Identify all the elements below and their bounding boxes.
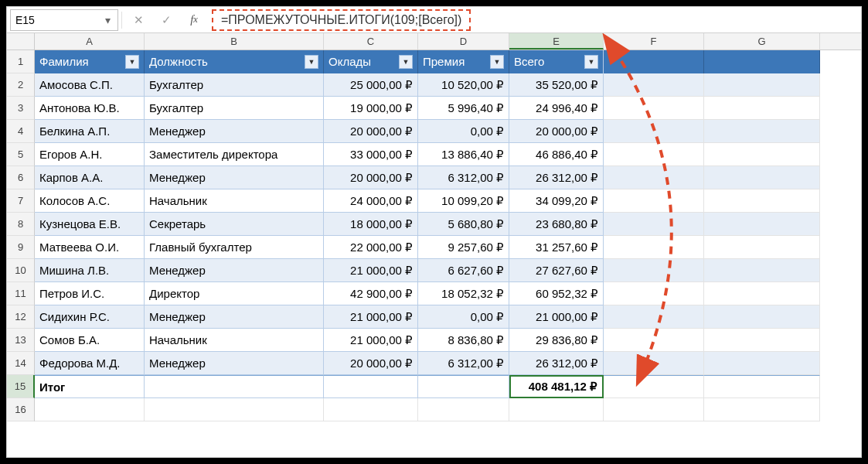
row-header[interactable]: 14	[7, 352, 35, 375]
cell[interactable]: Федорова М.Д.	[35, 352, 145, 375]
empty-cell[interactable]	[35, 398, 145, 421]
cell[interactable]: 24 996,40 ₽	[509, 97, 604, 120]
cell[interactable]: 20 000,00 ₽	[509, 120, 604, 143]
cell[interactable]: 10 520,00 ₽	[418, 73, 509, 97]
row-header[interactable]: 16	[7, 398, 35, 421]
cell[interactable]: 21 000,00 ₽	[324, 259, 418, 282]
filter-icon[interactable]: ▼	[490, 55, 504, 69]
cell[interactable]: 10 099,20 ₽	[418, 189, 509, 213]
row-header[interactable]: 12	[7, 305, 35, 329]
cell[interactable]: 21 000,00 ₽	[324, 305, 418, 329]
header-cell[interactable]: Премия▼	[418, 50, 509, 73]
cell[interactable]: 29 836,80 ₽	[509, 329, 604, 352]
empty-cell[interactable]	[145, 398, 324, 421]
cell[interactable]: Менеджер	[145, 166, 324, 189]
empty-cell[interactable]	[704, 166, 820, 189]
cell[interactable]: Менеджер	[145, 305, 324, 329]
empty-cell[interactable]	[604, 143, 704, 166]
empty-cell[interactable]	[704, 398, 820, 421]
cell[interactable]: 18 000,00 ₽	[324, 213, 418, 236]
cell[interactable]: 19 000,00 ₽	[324, 97, 418, 120]
cell[interactable]: 9 257,60 ₽	[418, 236, 509, 259]
row-header[interactable]: 13	[7, 329, 35, 352]
cancel-icon[interactable]: ✕	[128, 10, 148, 30]
cell[interactable]: 27 627,60 ₽	[509, 259, 604, 282]
total-label-cell[interactable]: Итог	[35, 375, 145, 398]
empty-cell[interactable]	[604, 120, 704, 143]
cell[interactable]: Амосова С.П.	[35, 73, 145, 97]
cell[interactable]: Сомов Б.А.	[35, 329, 145, 352]
filter-icon[interactable]: ▼	[125, 55, 139, 69]
cell[interactable]: 6 312,00 ₽	[418, 352, 509, 375]
cell[interactable]: 20 000,00 ₽	[324, 166, 418, 189]
cell[interactable]: Бухгалтер	[145, 97, 324, 120]
row-header[interactable]: 2	[7, 73, 35, 97]
cell[interactable]: Белкина А.П.	[35, 120, 145, 143]
formula-input-area[interactable]: =ПРОМЕЖУТОЧНЫЕ.ИТОГИ(109;[Всего])	[209, 9, 858, 32]
cell[interactable]: 46 886,40 ₽	[509, 143, 604, 166]
filter-icon[interactable]: ▼	[584, 55, 598, 69]
empty-cell[interactable]	[704, 259, 820, 282]
cell[interactable]: Начальник	[145, 329, 324, 352]
cell[interactable]: 20 000,00 ₽	[324, 352, 418, 375]
row-header[interactable]: 8	[7, 213, 35, 236]
cell[interactable]: 22 000,00 ₽	[324, 236, 418, 259]
cell[interactable]: 20 000,00 ₽	[324, 120, 418, 143]
worksheet-grid[interactable]: A B C D E F G 1 Фамилия▼ Должность▼ Окла…	[7, 33, 861, 421]
empty-cell[interactable]	[604, 97, 704, 120]
cell[interactable]: 42 900,00 ₽	[324, 282, 418, 305]
empty-cell[interactable]	[604, 236, 704, 259]
empty-cell[interactable]	[704, 143, 820, 166]
col-header-E[interactable]: E	[509, 33, 604, 49]
cell[interactable]: 31 257,60 ₽	[509, 236, 604, 259]
cell[interactable]: Антонова Ю.В.	[35, 97, 145, 120]
cell[interactable]: Карпов А.А.	[35, 166, 145, 189]
cell[interactable]: Бухгалтер	[145, 73, 324, 97]
empty-cell[interactable]	[704, 213, 820, 236]
empty-cell[interactable]	[604, 213, 704, 236]
cell[interactable]: Менеджер	[145, 352, 324, 375]
cell[interactable]: Начальник	[145, 189, 324, 213]
filter-icon[interactable]: ▼	[305, 55, 318, 69]
cell[interactable]: 6 627,60 ₽	[418, 259, 509, 282]
cell[interactable]: Сидихин Р.С.	[35, 305, 145, 329]
empty-cell[interactable]	[604, 189, 704, 213]
empty-cell[interactable]	[604, 375, 704, 398]
filter-icon[interactable]: ▼	[399, 55, 413, 69]
empty-cell[interactable]	[704, 375, 820, 398]
empty-cell[interactable]	[704, 97, 820, 120]
row-header[interactable]: 15	[7, 375, 35, 398]
enter-icon[interactable]: ✓	[156, 10, 176, 30]
header-cell[interactable]: Всего▼	[509, 50, 604, 73]
chevron-down-icon[interactable]: ▾	[99, 12, 116, 29]
col-header-G[interactable]: G	[704, 33, 820, 49]
cell[interactable]: Менеджер	[145, 259, 324, 282]
row-header[interactable]: 11	[7, 282, 35, 305]
cell[interactable]: 5 680,80 ₽	[418, 213, 509, 236]
col-header-F[interactable]: F	[604, 33, 704, 49]
header-cell[interactable]: Должность▼	[145, 50, 324, 73]
cell[interactable]: Менеджер	[145, 120, 324, 143]
cell[interactable]: 6 312,00 ₽	[418, 166, 509, 189]
cell[interactable]: Директор	[145, 282, 324, 305]
empty-cell[interactable]	[704, 305, 820, 329]
cell[interactable]: 21 000,00 ₽	[509, 305, 604, 329]
empty-cell[interactable]	[604, 305, 704, 329]
active-cell[interactable]: 408 481,12 ₽▼	[509, 375, 604, 398]
cell[interactable]: Заместитель директора	[145, 143, 324, 166]
row-header[interactable]: 10	[7, 259, 35, 282]
cell[interactable]: 26 312,00 ₽	[509, 166, 604, 189]
empty-cell[interactable]	[704, 282, 820, 305]
empty-cell[interactable]	[604, 282, 704, 305]
cell[interactable]: 35 520,00 ₽	[509, 73, 604, 97]
cell[interactable]: Кузнецова Е.В.	[35, 213, 145, 236]
name-box[interactable]: E15 ▾	[10, 9, 118, 31]
empty-cell[interactable]	[704, 236, 820, 259]
cell[interactable]: 24 000,00 ₽	[324, 189, 418, 213]
empty-cell[interactable]	[704, 189, 820, 213]
empty-cell[interactable]	[604, 259, 704, 282]
empty-cell[interactable]	[604, 398, 704, 421]
empty-cell[interactable]	[604, 166, 704, 189]
empty-cell[interactable]	[324, 398, 418, 421]
cell[interactable]: 33 000,00 ₽	[324, 143, 418, 166]
